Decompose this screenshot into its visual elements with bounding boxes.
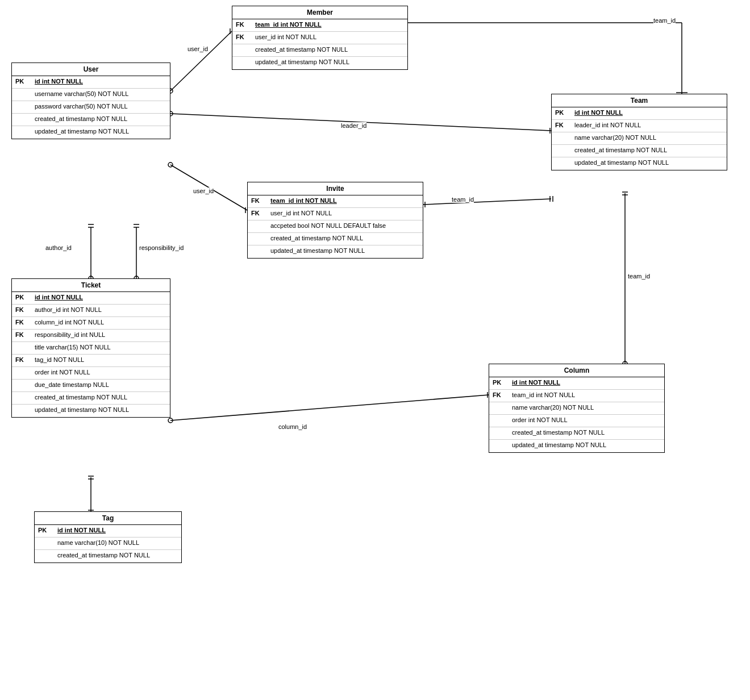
svg-point-13 bbox=[168, 163, 173, 167]
entity-row-member-0: FKteam_id int NOT NULL bbox=[232, 19, 407, 32]
entity-title-tag: Tag bbox=[35, 512, 181, 525]
entity-column: ColumnPKid int NOT NULLFKteam_id int NOT… bbox=[489, 364, 665, 453]
row-content-ticket-5: tag_id NOT NULL bbox=[35, 356, 84, 363]
entity-title-invite: Invite bbox=[248, 182, 423, 195]
row-key-ticket-3: FK bbox=[15, 331, 31, 338]
entity-row-user-3: created_at timestamp NOT NULL bbox=[12, 114, 170, 126]
entity-row-column-1: FKteam_id int NOT NULL bbox=[489, 390, 664, 402]
row-content-ticket-4: title varchar(15) NOT NULL bbox=[35, 344, 111, 351]
entity-row-ticket-2: FKcolumn_id int NOT NULL bbox=[12, 317, 170, 330]
label-author-id: author_id bbox=[45, 244, 72, 251]
svg-line-16 bbox=[423, 199, 551, 205]
erd-diagram: user_id team_id leader_id user_id team_i… bbox=[0, 0, 750, 700]
svg-point-34 bbox=[168, 418, 173, 423]
entity-row-ticket-4: title varchar(15) NOT NULL bbox=[12, 342, 170, 355]
entity-user: UserPKid int NOT NULLusername varchar(50… bbox=[11, 63, 170, 139]
entity-row-invite-4: updated_at timestamp NOT NULL bbox=[248, 245, 423, 258]
entity-row-user-1: username varchar(50) NOT NULL bbox=[12, 89, 170, 101]
entity-row-team-0: PKid int NOT NULL bbox=[552, 107, 727, 120]
row-key-invite-1: FK bbox=[251, 210, 267, 216]
row-key-team-1: FK bbox=[555, 122, 571, 128]
entity-row-ticket-0: PKid int NOT NULL bbox=[12, 292, 170, 305]
entity-row-invite-3: created_at timestamp NOT NULL bbox=[248, 233, 423, 245]
entity-title-ticket: Ticket bbox=[12, 279, 170, 292]
entity-row-ticket-8: created_at timestamp NOT NULL bbox=[12, 392, 170, 405]
row-content-column-4: created_at timestamp NOT NULL bbox=[512, 429, 605, 436]
row-content-user-3: created_at timestamp NOT NULL bbox=[35, 115, 127, 122]
entity-row-ticket-3: FKresponsibility_id int NULL bbox=[12, 330, 170, 342]
row-content-member-3: updated_at timestamp NOT NULL bbox=[255, 59, 349, 65]
entity-title-team: Team bbox=[552, 94, 727, 107]
row-content-column-1: team_id int NOT NULL bbox=[512, 391, 575, 398]
entity-row-team-2: name varchar(20) NOT NULL bbox=[552, 132, 727, 145]
row-content-member-1: user_id int NOT NULL bbox=[255, 34, 316, 40]
row-content-team-1: leader_id int NOT NULL bbox=[574, 122, 641, 128]
entity-row-ticket-1: FKauthor_id int NOT NULL bbox=[12, 305, 170, 317]
row-content-team-0: id int NOT NULL bbox=[574, 109, 623, 116]
label-team-id-invite: team_id bbox=[452, 196, 474, 203]
label-user-id-invite: user_id bbox=[193, 188, 214, 194]
entity-row-user-4: updated_at timestamp NOT NULL bbox=[12, 126, 170, 139]
row-content-user-0: id int NOT NULL bbox=[35, 78, 83, 85]
label-responsibility-id: responsibility_id bbox=[139, 244, 184, 251]
entity-row-tag-0: PKid int NOT NULL bbox=[35, 525, 181, 538]
row-key-user-0: PK bbox=[15, 78, 31, 85]
label-team-id-member: team_id bbox=[653, 17, 676, 24]
entity-row-team-4: updated_at timestamp NOT NULL bbox=[552, 157, 727, 170]
entity-row-invite-1: FKuser_id int NOT NULL bbox=[248, 208, 423, 220]
row-content-tag-1: name varchar(10) NOT NULL bbox=[57, 539, 139, 546]
row-content-column-0: id int NOT NULL bbox=[512, 379, 560, 386]
row-content-column-5: updated_at timestamp NOT NULL bbox=[512, 441, 606, 448]
entity-invite: InviteFKteam_id int NOT NULLFKuser_id in… bbox=[247, 182, 423, 259]
entity-member: MemberFKteam_id int NOT NULLFKuser_id in… bbox=[232, 6, 408, 70]
entity-row-member-1: FKuser_id int NOT NULL bbox=[232, 32, 407, 44]
row-content-ticket-7: due_date timestamp NULL bbox=[35, 381, 109, 388]
row-content-ticket-3: responsibility_id int NULL bbox=[35, 331, 105, 338]
row-content-member-2: created_at timestamp NOT NULL bbox=[255, 46, 348, 53]
row-content-user-2: password varchar(50) NOT NULL bbox=[35, 103, 128, 110]
row-content-user-4: updated_at timestamp NOT NULL bbox=[35, 128, 129, 135]
row-content-column-2: name varchar(20) NOT NULL bbox=[512, 404, 594, 411]
row-content-team-2: name varchar(20) NOT NULL bbox=[574, 134, 656, 141]
entity-row-user-2: password varchar(50) NOT NULL bbox=[12, 101, 170, 114]
svg-line-33 bbox=[170, 395, 489, 420]
entity-row-column-0: PKid int NOT NULL bbox=[489, 377, 664, 390]
entity-row-tag-2: created_at timestamp NOT NULL bbox=[35, 550, 181, 562]
row-content-ticket-0: id int NOT NULL bbox=[35, 294, 83, 301]
label-leader-id: leader_id bbox=[341, 122, 366, 129]
entity-row-ticket-6: order int NOT NULL bbox=[12, 367, 170, 380]
row-key-ticket-5: FK bbox=[15, 356, 31, 363]
entity-row-column-5: updated_at timestamp NOT NULL bbox=[489, 440, 664, 452]
row-key-member-0: FK bbox=[236, 21, 252, 28]
row-content-tag-0: id int NOT NULL bbox=[57, 527, 106, 534]
entity-ticket: TicketPKid int NOT NULLFKauthor_id int N… bbox=[11, 278, 170, 418]
row-content-team-4: updated_at timestamp NOT NULL bbox=[574, 159, 669, 166]
entity-row-member-3: updated_at timestamp NOT NULL bbox=[232, 57, 407, 69]
label-column-id: column_id bbox=[278, 423, 307, 430]
row-content-invite-4: updated_at timestamp NOT NULL bbox=[270, 247, 365, 254]
row-content-column-3: order int NOT NULL bbox=[512, 416, 568, 423]
row-content-invite-2: accpeted bool NOT NULL DEFAULT false bbox=[270, 222, 386, 229]
entity-row-team-3: created_at timestamp NOT NULL bbox=[552, 145, 727, 157]
entity-row-tag-1: name varchar(10) NOT NULL bbox=[35, 538, 181, 550]
row-key-ticket-2: FK bbox=[15, 319, 31, 326]
entity-row-invite-2: accpeted bool NOT NULL DEFAULT false bbox=[248, 220, 423, 233]
entity-title-member: Member bbox=[232, 6, 407, 19]
entity-title-column: Column bbox=[489, 364, 664, 377]
entity-row-ticket-5: FKtag_id NOT NULL bbox=[12, 355, 170, 367]
row-key-tag-0: PK bbox=[38, 527, 54, 534]
row-content-ticket-2: column_id int NOT NULL bbox=[35, 319, 104, 326]
row-content-invite-0: team_id int NOT NULL bbox=[270, 197, 337, 204]
row-key-member-1: FK bbox=[236, 34, 252, 40]
entity-row-member-2: created_at timestamp NOT NULL bbox=[232, 44, 407, 57]
row-content-member-0: team_id int NOT NULL bbox=[255, 21, 322, 28]
row-content-team-3: created_at timestamp NOT NULL bbox=[574, 147, 667, 153]
row-content-user-1: username varchar(50) NOT NULL bbox=[35, 90, 128, 97]
row-content-ticket-1: author_id int NOT NULL bbox=[35, 306, 102, 313]
row-content-ticket-8: created_at timestamp NOT NULL bbox=[35, 394, 127, 401]
row-content-ticket-9: updated_at timestamp NOT NULL bbox=[35, 406, 129, 413]
entity-row-user-0: PKid int NOT NULL bbox=[12, 76, 170, 89]
row-key-ticket-1: FK bbox=[15, 306, 31, 313]
entity-row-ticket-9: updated_at timestamp NOT NULL bbox=[12, 405, 170, 417]
row-key-invite-0: FK bbox=[251, 197, 267, 204]
